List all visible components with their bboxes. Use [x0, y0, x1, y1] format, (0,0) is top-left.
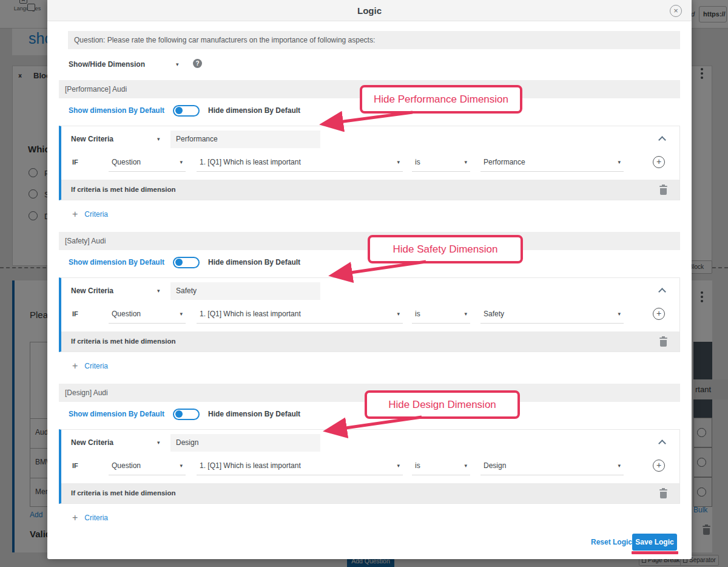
annotation-hide-performance: Hide Performance Dimension [360, 85, 522, 114]
save-logic-button[interactable]: Save Logic [632, 534, 677, 551]
trash-icon[interactable] [659, 336, 667, 347]
logic-type-dropdown[interactable]: Show/Hide Dimension [69, 60, 145, 69]
modal-title: Logic [47, 0, 692, 21]
caret-down-icon: ▾ [180, 159, 183, 165]
default-visibility-row: Show dimension By Default Hide dimension… [69, 256, 300, 269]
question-context-bar: Question: Please rate the following car … [68, 31, 680, 49]
caret-down-icon: ▾ [397, 311, 400, 317]
dimension-default-toggle[interactable] [173, 257, 200, 268]
plus-icon: + [72, 209, 78, 220]
toggle-knob [175, 107, 183, 114]
annotation-save-underline [632, 551, 678, 554]
show-dimension-label: Show dimension By Default [69, 410, 164, 418]
add-criteria-button[interactable]: + Criteria [72, 361, 108, 372]
caret-down-icon: ▾ [397, 463, 400, 469]
trash-icon[interactable] [659, 488, 667, 498]
criteria-type-dropdown[interactable]: New Criteria [71, 438, 113, 447]
caret-down-icon: ▾ [176, 61, 179, 67]
logic-modal: Logic × Question: Please rate the follow… [47, 0, 692, 559]
add-condition-button[interactable]: + [653, 156, 665, 168]
reset-logic-button[interactable]: Reset Logic [591, 538, 632, 546]
chevron-up-icon[interactable] [658, 440, 666, 447]
caret-down-icon: ▾ [157, 440, 160, 446]
criteria-name-input[interactable]: Performance [170, 131, 320, 148]
value-dropdown[interactable]: Safety▾ [480, 305, 624, 324]
default-visibility-row: Show dimension By Default Hide dimension… [69, 407, 300, 421]
annotation-hide-design: Hide Design Dimension [365, 390, 520, 419]
operator-dropdown[interactable]: is▾ [412, 305, 470, 324]
criteria-type-dropdown[interactable]: New Criteria [71, 287, 113, 295]
hide-dimension-label: Hide dimension By Default [208, 106, 300, 115]
criteria-card: New Criteria ▾ Safety IF Question▾ 1. [Q… [59, 277, 680, 352]
caret-down-icon: ▾ [180, 463, 183, 469]
criteria-card: New Criteria ▾ Design IF Question▾ 1. [Q… [59, 429, 680, 504]
subject-dropdown[interactable]: Question▾ [109, 305, 186, 324]
caret-down-icon: ▾ [464, 159, 467, 165]
caret-down-icon: ▾ [157, 136, 160, 142]
caret-down-icon: ▾ [157, 288, 160, 294]
criteria-name-input[interactable]: Safety [170, 282, 320, 300]
caret-down-icon: ▾ [618, 463, 621, 469]
caret-down-icon: ▾ [464, 463, 467, 469]
criteria-action-text: If criteria is met hide dimension [71, 338, 176, 345]
caret-down-icon: ▾ [618, 159, 621, 165]
hide-dimension-label: Hide dimension By Default [208, 258, 300, 267]
toggle-knob [175, 259, 183, 266]
modal-header: Logic × [47, 0, 692, 21]
close-icon[interactable]: × [670, 5, 682, 17]
add-criteria-button[interactable]: + Criteria [72, 512, 108, 523]
dimension-default-toggle[interactable] [173, 105, 200, 117]
value-dropdown[interactable]: Design▾ [480, 457, 624, 475]
toggle-knob [175, 410, 183, 418]
show-dimension-label: Show dimension By Default [69, 106, 164, 115]
criteria-action-bar: If criteria is met hide dimension [61, 180, 679, 200]
question-dropdown[interactable]: 1. [Q1] Which is least important▾ [197, 154, 403, 172]
help-icon[interactable]: ? [193, 59, 202, 68]
criteria-card: New Criteria ▾ Performance IF Question▾ … [59, 126, 680, 200]
dimension-default-toggle[interactable] [173, 409, 200, 420]
criteria-type-dropdown[interactable]: New Criteria [71, 135, 113, 143]
add-criteria-button[interactable]: + Criteria [72, 209, 108, 220]
operator-dropdown[interactable]: is▾ [412, 457, 470, 475]
if-label: IF [72, 310, 78, 317]
caret-down-icon: ▾ [464, 311, 467, 317]
criteria-action-text: If criteria is met hide dimension [71, 186, 176, 193]
add-condition-button[interactable]: + [653, 308, 665, 320]
caret-down-icon: ▾ [618, 311, 621, 317]
annotation-hide-safety: Hide Safety Dimension [368, 235, 523, 263]
hide-dimension-label: Hide dimension By Default [208, 410, 300, 418]
default-visibility-row: Show dimension By Default Hide dimension… [69, 104, 300, 117]
trash-icon[interactable] [659, 185, 667, 195]
plus-icon: + [72, 361, 78, 372]
subject-dropdown[interactable]: Question▾ [109, 154, 186, 172]
plus-icon: + [72, 512, 78, 523]
criteria-action-text: If criteria is met hide dimension [71, 489, 176, 497]
chevron-up-icon[interactable] [658, 136, 666, 144]
chevron-up-icon[interactable] [658, 288, 666, 296]
question-dropdown[interactable]: 1. [Q1] Which is least important▾ [197, 305, 403, 324]
operator-dropdown[interactable]: is▾ [412, 154, 470, 172]
value-dropdown[interactable]: Performance▾ [480, 154, 624, 172]
screen: A Languages d https:// sho ⌄⌃ Bloc Whic … [0, 0, 728, 567]
criteria-name-input[interactable]: Design [170, 434, 320, 452]
if-label: IF [72, 462, 78, 469]
show-dimension-label: Show dimension By Default [69, 258, 164, 267]
question-dropdown[interactable]: 1. [Q1] Which is least important▾ [197, 457, 403, 475]
criteria-action-bar: If criteria is met hide dimension [61, 331, 679, 351]
subject-dropdown[interactable]: Question▾ [109, 457, 186, 475]
add-condition-button[interactable]: + [653, 460, 665, 472]
caret-down-icon: ▾ [180, 311, 183, 317]
caret-down-icon: ▾ [397, 159, 400, 165]
if-label: IF [72, 158, 78, 166]
criteria-action-bar: If criteria is met hide dimension [61, 483, 679, 503]
